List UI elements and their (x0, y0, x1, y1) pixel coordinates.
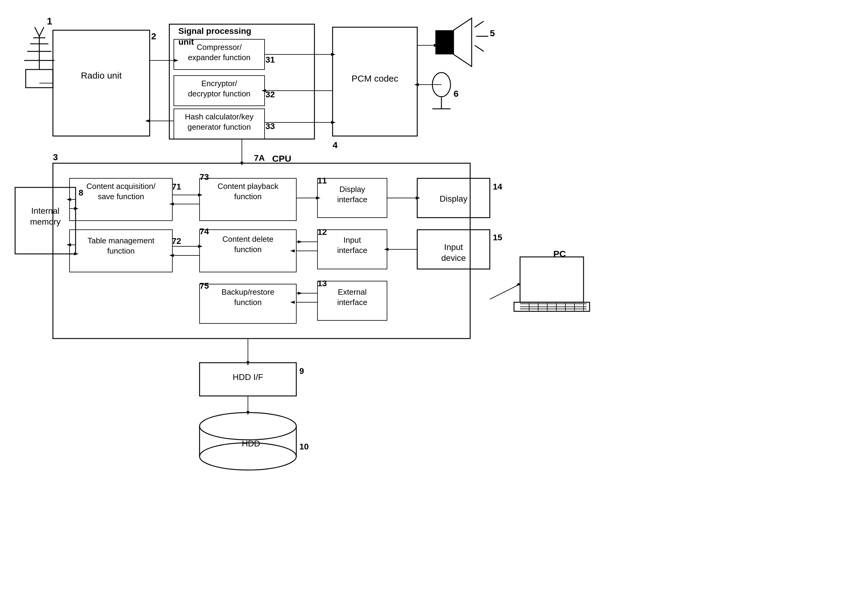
svg-marker-83 (169, 203, 174, 206)
svg-line-16 (475, 21, 484, 27)
svg-marker-69 (246, 361, 249, 366)
svg-line-102 (490, 284, 520, 299)
pc-label: PC (553, 248, 566, 260)
backup-num: 75 (200, 280, 209, 291)
svg-line-18 (475, 46, 484, 51)
content-play-num: 73 (200, 172, 209, 182)
svg-rect-34 (520, 257, 584, 302)
svg-marker-75 (74, 207, 79, 210)
input-dev-label: Input device (419, 242, 488, 264)
svg-rect-35 (514, 302, 590, 311)
hdd-label: HDD (236, 438, 266, 449)
table-num: 72 (172, 236, 181, 247)
encryptor-label: Encryptor/ decryptor function (175, 79, 263, 99)
input-dev-num: 15 (493, 232, 502, 243)
svg-line-6 (39, 27, 44, 36)
svg-rect-8 (53, 30, 149, 136)
svg-marker-57 (331, 53, 336, 56)
display-label: Display (419, 193, 488, 204)
encryptor-num: 32 (266, 89, 275, 100)
antenna-num-label: 1 (47, 15, 52, 28)
cpu-num-label: 7A (254, 152, 265, 163)
svg-marker-97 (298, 292, 302, 295)
svg-marker-63 (434, 44, 439, 47)
svg-marker-15 (453, 18, 472, 66)
compressor-num: 31 (266, 54, 275, 65)
table-mgmt-label: Table management function (71, 236, 171, 256)
internal-memory-label: Internal memory (17, 206, 74, 228)
diagram: 1 Radio unit 2 Signal processing unit 3 … (0, 0, 862, 616)
svg-rect-7 (26, 69, 53, 88)
input-int-label: Input interface (319, 235, 385, 256)
svg-marker-55 (145, 119, 149, 123)
pcm-codec-label: PCM codec (336, 72, 414, 84)
hash-calc-label: Hash calculator/key generator function (175, 112, 263, 132)
svg-marker-93 (298, 240, 302, 243)
content-play-label: Content playback function (201, 181, 295, 202)
svg-line-5 (35, 27, 39, 36)
speaker-num-label: 5 (490, 27, 495, 39)
cpu-label: CPU (272, 152, 291, 164)
input-int-num: 12 (318, 227, 327, 237)
display-num: 14 (493, 181, 502, 192)
svg-marker-71 (246, 411, 249, 415)
svg-point-19 (433, 72, 450, 97)
arrows-svg (0, 0, 862, 616)
svg-marker-65 (414, 83, 419, 86)
svg-marker-103 (516, 283, 521, 285)
backup-label: Backup/restore function (201, 287, 295, 308)
svg-marker-77 (66, 243, 71, 246)
mic-num-label: 6 (453, 88, 459, 99)
content-acq-num: 71 (172, 181, 181, 192)
hdd-if-num: 9 (299, 366, 304, 377)
display-int-num: 11 (318, 175, 327, 186)
content-del-label: Content delete function (201, 234, 295, 255)
svg-point-47 (200, 413, 296, 440)
hdd-num: 10 (299, 441, 309, 452)
pcm-num-label: 4 (333, 139, 338, 151)
svg-marker-61 (331, 121, 336, 124)
ext-int-num: 13 (318, 278, 327, 289)
content-del-num: 74 (200, 226, 209, 237)
svg-marker-67 (241, 162, 244, 166)
signal-num-label: 3 (53, 151, 58, 163)
svg-rect-14 (436, 30, 453, 54)
content-acq-label: Content acquisition/ save function (71, 181, 171, 202)
radio-num-label: 2 (151, 30, 156, 42)
radio-unit-label: Radio unit (57, 69, 145, 81)
hdd-if-label: HDD I/F (210, 372, 286, 383)
display-int-label: Display interface (319, 184, 385, 205)
ext-int-label: External interface (319, 287, 385, 308)
hash-num: 33 (266, 121, 275, 132)
svg-marker-73 (66, 198, 71, 201)
compressor-label: Compressor/ expander function (175, 42, 263, 63)
